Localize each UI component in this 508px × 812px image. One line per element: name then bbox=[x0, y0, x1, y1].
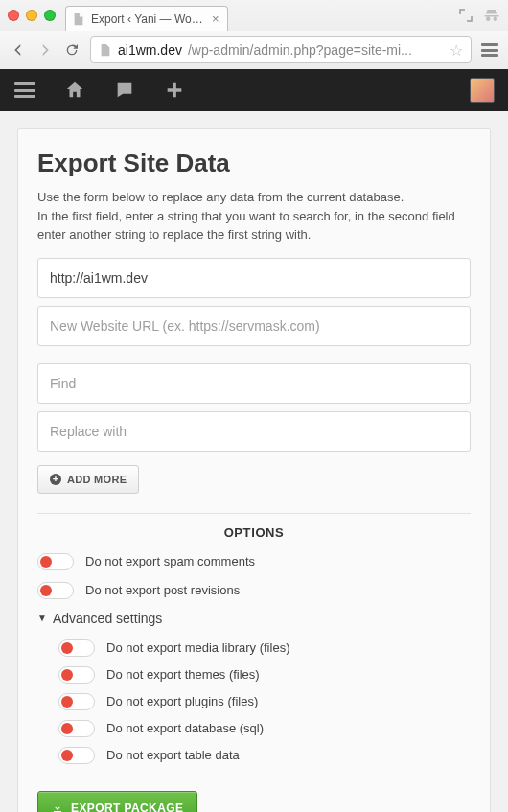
browser-chrome: Export ‹ Yani — WordPress × ai1wm.dev/wp… bbox=[0, 0, 508, 69]
page-title: Export Site Data bbox=[37, 149, 471, 178]
url-path: /wp-admin/admin.php?page=site-mi... bbox=[188, 42, 412, 58]
toggle-knob bbox=[61, 669, 73, 681]
window-controls bbox=[8, 10, 56, 21]
add-more-label: ADD MORE bbox=[67, 474, 127, 485]
option-media-row: Do not export media library (files) bbox=[58, 639, 471, 657]
toggle-tabledata[interactable] bbox=[58, 747, 95, 764]
tab-close-icon[interactable]: × bbox=[212, 12, 219, 26]
toggle-knob bbox=[61, 723, 73, 734]
intro-line-1: Use the form below to replace any data f… bbox=[37, 190, 404, 204]
download-icon bbox=[52, 802, 63, 813]
address-bar[interactable]: ai1wm.dev/wp-admin/admin.php?page=site-m… bbox=[90, 36, 472, 63]
option-revisions-row: Do not export post revisions bbox=[37, 582, 471, 599]
window-zoom-button[interactable] bbox=[44, 10, 56, 21]
advanced-settings-toggle[interactable]: ▼ Advanced settings bbox=[37, 611, 471, 626]
caret-down-icon: ▼ bbox=[37, 613, 47, 623]
bookmark-star-icon[interactable]: ☆ bbox=[450, 41, 463, 59]
wp-menu-toggle[interactable] bbox=[13, 79, 36, 102]
option-plugins-label: Do not export plugins (files) bbox=[106, 694, 258, 708]
browser-titlebar: Export ‹ Yani — WordPress × bbox=[0, 0, 508, 31]
wp-comments-link[interactable] bbox=[113, 79, 136, 102]
option-media-label: Do not export media library (files) bbox=[106, 640, 289, 655]
window-minimize-button[interactable] bbox=[26, 10, 37, 21]
forward-button[interactable] bbox=[36, 41, 54, 58]
expand-icon[interactable] bbox=[458, 8, 473, 23]
home-icon bbox=[64, 80, 85, 101]
option-database-label: Do not export database (sql) bbox=[106, 721, 264, 735]
comment-icon bbox=[114, 80, 135, 101]
option-tabledata-label: Do not export table data bbox=[106, 748, 240, 762]
browser-menu-button[interactable] bbox=[481, 41, 498, 58]
tab-title: Export ‹ Yani — WordPress bbox=[91, 12, 206, 26]
hamburger-icon bbox=[481, 43, 498, 57]
option-themes-label: Do not export themes (files) bbox=[106, 667, 260, 682]
option-themes-row: Do not export themes (files) bbox=[58, 666, 471, 684]
add-more-button[interactable]: + ADD MORE bbox=[37, 465, 139, 494]
browser-toolbar: ai1wm.dev/wp-admin/admin.php?page=site-m… bbox=[0, 31, 508, 69]
advanced-settings-label: Advanced settings bbox=[53, 611, 162, 626]
plus-icon bbox=[164, 80, 185, 101]
old-url-input[interactable] bbox=[37, 258, 471, 298]
wp-new-link[interactable] bbox=[163, 79, 186, 102]
option-revisions-label: Do not export post revisions bbox=[85, 583, 240, 597]
export-package-button[interactable]: EXPORT PACKAGE bbox=[37, 791, 197, 813]
option-database-row: Do not export database (sql) bbox=[58, 720, 471, 737]
toggle-themes[interactable] bbox=[58, 666, 95, 684]
intro-text: Use the form below to replace any data f… bbox=[37, 188, 471, 244]
browser-tab[interactable]: Export ‹ Yani — WordPress × bbox=[65, 6, 228, 31]
toggle-plugins[interactable] bbox=[58, 693, 95, 710]
toggle-knob bbox=[40, 556, 52, 568]
toggle-knob bbox=[61, 750, 73, 761]
page-favicon-icon bbox=[72, 12, 85, 26]
toggle-revisions[interactable] bbox=[37, 582, 74, 599]
page-icon bbox=[99, 43, 112, 57]
back-button[interactable] bbox=[10, 41, 27, 58]
toggle-spam[interactable] bbox=[37, 553, 74, 570]
replace-input[interactable] bbox=[37, 411, 471, 452]
incognito-icon[interactable] bbox=[483, 7, 500, 24]
wp-user-avatar[interactable] bbox=[470, 78, 495, 103]
window-close-button[interactable] bbox=[8, 10, 19, 21]
find-input[interactable] bbox=[37, 363, 471, 404]
wp-admin-bar bbox=[0, 69, 508, 111]
reload-button[interactable] bbox=[63, 41, 81, 58]
intro-line-2: In the first field, enter a string that … bbox=[37, 209, 455, 243]
export-panel: Export Site Data Use the form below to r… bbox=[17, 128, 491, 812]
new-url-input[interactable] bbox=[37, 306, 471, 346]
wp-home-link[interactable] bbox=[63, 79, 86, 102]
content-area: Export Site Data Use the form below to r… bbox=[0, 111, 508, 812]
hamburger-icon bbox=[14, 82, 35, 98]
toggle-knob bbox=[61, 642, 73, 654]
toggle-knob bbox=[40, 585, 52, 596]
toggle-database[interactable] bbox=[58, 720, 95, 737]
option-spam-label: Do not export spam comments bbox=[85, 554, 255, 568]
option-tabledata-row: Do not export table data bbox=[58, 747, 471, 764]
option-plugins-row: Do not export plugins (files) bbox=[58, 693, 471, 710]
option-spam-row: Do not export spam comments bbox=[37, 553, 471, 570]
url-host: ai1wm.dev bbox=[118, 42, 182, 58]
toggle-media[interactable] bbox=[58, 639, 95, 657]
export-button-label: EXPORT PACKAGE bbox=[71, 801, 183, 813]
options-heading: OPTIONS bbox=[37, 513, 471, 540]
plus-circle-icon: + bbox=[50, 474, 61, 485]
toggle-knob bbox=[61, 696, 73, 708]
